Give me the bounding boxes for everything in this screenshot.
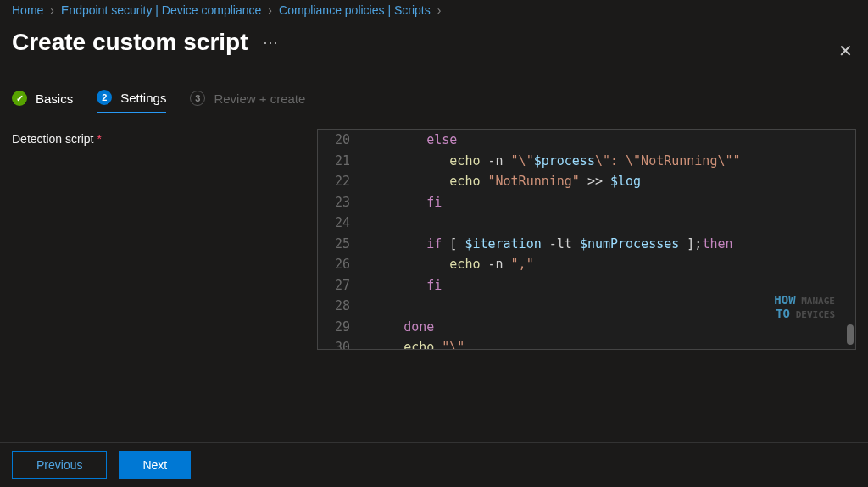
line-content: echo -n "," xyxy=(365,254,534,275)
next-button[interactable]: Next xyxy=(119,451,191,479)
line-number: 30 xyxy=(318,337,365,350)
breadcrumb-endpoint-security[interactable]: Endpoint security | Device compliance xyxy=(61,3,261,17)
line-number: 23 xyxy=(318,192,365,213)
tab-settings[interactable]: 2 Settings xyxy=(97,90,166,113)
line-number: 21 xyxy=(318,151,365,172)
line-content: if [ $iteration -lt $numProcesses ];then xyxy=(365,234,733,255)
line-content: fi xyxy=(365,275,442,296)
close-icon[interactable]: ✕ xyxy=(838,41,853,61)
line-content: else xyxy=(365,130,457,151)
line-content: fi xyxy=(365,192,442,213)
previous-button[interactable]: Previous xyxy=(12,451,107,479)
line-number: 20 xyxy=(318,130,365,151)
breadcrumb-home[interactable]: Home xyxy=(12,3,43,17)
code-line: 26 echo -n "," xyxy=(318,254,855,275)
detection-script-editor[interactable]: HOW MANAGE TO DEVICES 20 else21 echo -n … xyxy=(317,129,856,350)
tab-settings-label: Settings xyxy=(120,91,166,105)
wizard-footer: Previous Next xyxy=(0,442,868,487)
line-number: 24 xyxy=(318,213,365,234)
page-title: Create custom script xyxy=(12,29,248,56)
wizard-tabs: ✓ Basics 2 Settings 3 Review + create xyxy=(0,90,868,122)
code-line: 30 echo "\" xyxy=(318,337,855,350)
line-number: 27 xyxy=(318,275,365,296)
line-number: 22 xyxy=(318,171,365,192)
breadcrumb-sep: › xyxy=(437,3,442,17)
step-number-icon: 3 xyxy=(190,91,205,106)
line-number: 28 xyxy=(318,296,365,317)
line-number: 29 xyxy=(318,317,365,338)
breadcrumb: Home › Endpoint security | Device compli… xyxy=(0,0,868,20)
detection-script-label-text: Detection script xyxy=(12,132,93,146)
code-line: 21 echo -n "\"$process\": \"NotRunning\"… xyxy=(318,151,855,172)
tab-review-label: Review + create xyxy=(214,91,305,106)
code-line: 20 else xyxy=(318,130,855,151)
line-number: 26 xyxy=(318,254,365,275)
step-number-icon: 2 xyxy=(97,90,112,105)
breadcrumb-sep: › xyxy=(50,3,54,17)
check-icon: ✓ xyxy=(12,91,27,106)
line-content: echo "NotRunning" >> $log xyxy=(365,171,641,192)
more-options-button[interactable]: ··· xyxy=(264,34,279,52)
detection-script-label: Detection script * xyxy=(12,129,283,350)
tab-review-create[interactable]: 3 Review + create xyxy=(190,91,305,113)
code-line: 25 if [ $iteration -lt $numProcesses ];t… xyxy=(318,234,855,255)
breadcrumb-compliance-scripts[interactable]: Compliance policies | Scripts xyxy=(279,3,431,17)
line-content: echo "\" xyxy=(365,337,465,350)
code-line: 23 fi xyxy=(318,192,855,213)
tab-basics-label: Basics xyxy=(36,91,73,106)
editor-scrollbar[interactable] xyxy=(847,133,854,346)
line-content: done xyxy=(365,317,434,338)
tab-basics[interactable]: ✓ Basics xyxy=(12,91,73,113)
line-content: echo -n "\"$process\": \"NotRunning\"" xyxy=(365,151,741,172)
required-indicator: * xyxy=(97,132,101,146)
watermark-logo: HOW MANAGE TO DEVICES xyxy=(774,294,835,320)
code-line: 22 echo "NotRunning" >> $log xyxy=(318,171,855,192)
editor-scrollbar-thumb[interactable] xyxy=(847,324,854,345)
line-number: 25 xyxy=(318,234,365,255)
breadcrumb-sep: › xyxy=(268,3,272,17)
code-line: 24 xyxy=(318,213,855,234)
